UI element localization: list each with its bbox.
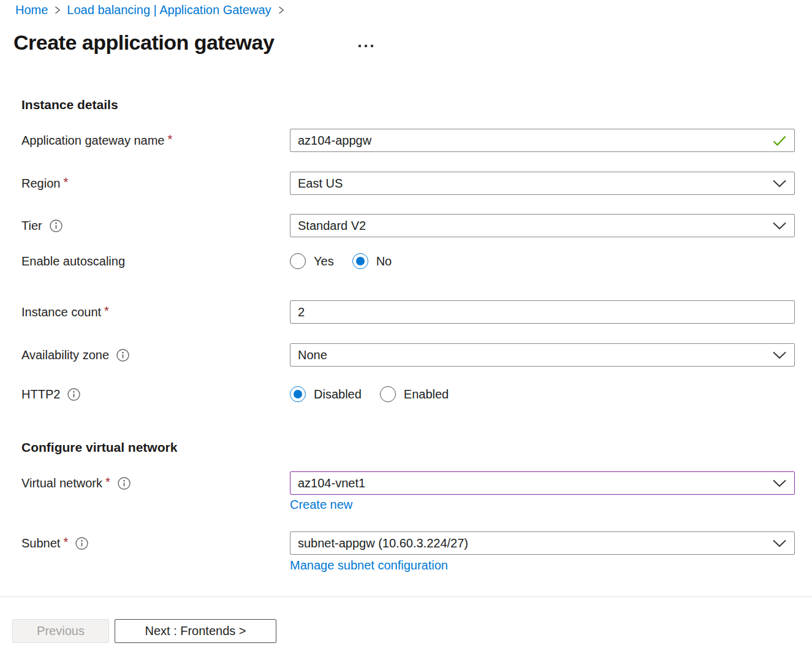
instance-count-input[interactable] <box>290 300 795 324</box>
http2-enabled-label: Enabled <box>404 387 449 402</box>
label-application-gateway-name: Application gateway name * <box>21 129 172 152</box>
application-gateway-name-input-value[interactable] <box>298 134 767 148</box>
http2-disabled-radio[interactable] <box>290 386 306 402</box>
info-icon[interactable] <box>67 387 81 402</box>
previous-button: Previous <box>12 619 109 643</box>
http2-disabled-label: Disabled <box>314 387 362 402</box>
footer-divider <box>0 596 812 597</box>
required-asterisk: * <box>63 535 68 549</box>
chevron-down-icon <box>772 222 787 230</box>
instance-count-input-value[interactable] <box>298 305 787 319</box>
breadcrumb-home[interactable]: Home <box>15 3 48 17</box>
chevron-down-icon <box>772 479 787 487</box>
virtual-network-value: az104-vnet1 <box>298 476 365 490</box>
tier-dropdown[interactable]: Standard V2 <box>290 214 795 237</box>
application-gateway-name-input[interactable] <box>290 129 795 152</box>
autoscaling-no-label: No <box>376 254 392 268</box>
label-tier: Tier <box>21 214 63 237</box>
section-heading-configure-virtual-network: Configure virtual network <box>21 440 177 455</box>
autoscaling-no-radio[interactable] <box>352 253 368 269</box>
label-enable-autoscaling: Enable autoscaling <box>21 253 125 269</box>
section-heading-instance-details: Instance details <box>21 97 118 112</box>
http2-radio-group: Disabled Enabled <box>290 386 467 402</box>
info-icon[interactable] <box>49 219 63 233</box>
subnet-dropdown[interactable]: subnet-appgw (10.60.3.224/27) <box>290 531 795 555</box>
label-availability-zone: Availability zone <box>21 343 130 367</box>
chevron-right-icon <box>278 5 284 15</box>
enable-autoscaling-radio-group: Yes No <box>290 253 410 269</box>
info-icon[interactable] <box>116 348 130 362</box>
manage-subnet-configuration-link[interactable]: Manage subnet configuration <box>290 558 448 573</box>
tier-value: Standard V2 <box>298 219 366 233</box>
required-asterisk: * <box>63 175 68 189</box>
subnet-value: subnet-appgw (10.60.3.224/27) <box>298 536 468 550</box>
chevron-down-icon <box>772 351 787 359</box>
checkmark-icon <box>772 135 787 147</box>
label-http2: HTTP2 <box>21 386 81 402</box>
required-asterisk: * <box>104 304 109 318</box>
region-dropdown[interactable]: East US <box>290 172 795 195</box>
availability-zone-value: None <box>298 348 327 362</box>
autoscaling-yes-label: Yes <box>314 254 334 268</box>
more-options-icon[interactable] <box>355 40 376 51</box>
chevron-right-icon <box>54 5 61 15</box>
region-value: East US <box>298 177 343 191</box>
breadcrumb: Home Load balancing | Application Gatewa… <box>15 3 290 17</box>
label-virtual-network: Virtual network * <box>21 471 131 495</box>
label-region: Region * <box>21 172 68 195</box>
create-new-link[interactable]: Create new <box>290 498 352 512</box>
next-frontends-button[interactable]: Next : Frontends > <box>115 619 276 643</box>
create-application-gateway-page: Home Load balancing | Application Gatewa… <box>0 0 812 651</box>
info-icon[interactable] <box>75 536 89 550</box>
info-icon[interactable] <box>117 476 131 490</box>
required-asterisk: * <box>105 475 110 489</box>
chevron-down-icon <box>772 180 787 188</box>
http2-enabled-radio[interactable] <box>380 386 396 402</box>
virtual-network-dropdown[interactable]: az104-vnet1 <box>290 471 795 495</box>
label-subnet: Subnet * <box>21 531 89 555</box>
breadcrumb-load-balancing-application-gateway[interactable]: Load balancing | Application Gateway <box>67 3 271 17</box>
chevron-down-icon <box>772 539 787 547</box>
required-asterisk: * <box>167 132 172 147</box>
autoscaling-yes-radio[interactable] <box>290 253 306 269</box>
page-title: Create application gateway <box>13 31 274 55</box>
availability-zone-dropdown[interactable]: None <box>290 343 795 367</box>
label-instance-count: Instance count * <box>21 300 109 324</box>
